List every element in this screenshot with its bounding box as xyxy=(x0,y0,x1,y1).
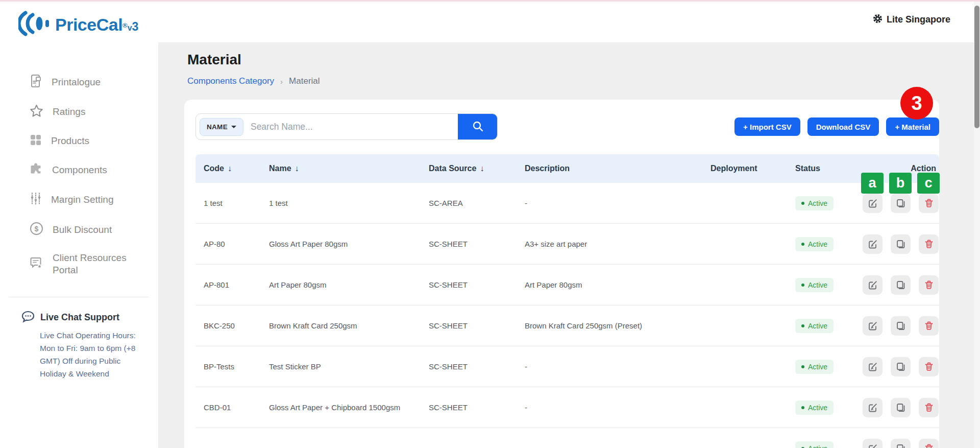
cell-name: Gloss Art Paper 80gsm xyxy=(261,240,421,248)
brand-name: PriceCal xyxy=(55,15,122,34)
sort-arrow-icon: ↓ xyxy=(295,164,299,173)
sidebar-item-label: Components xyxy=(52,164,107,176)
duplicate-button[interactable] xyxy=(891,316,911,336)
cell-data-source: SC-SHEET xyxy=(421,362,517,371)
brand-version-number: 3 xyxy=(132,20,139,33)
cell-status: Active xyxy=(787,196,863,210)
delete-button[interactable] xyxy=(919,357,939,376)
column-header-code[interactable]: Code↓ xyxy=(195,164,261,173)
cell-data-source: SC-SHEET xyxy=(421,240,517,248)
duplicate-button[interactable] xyxy=(891,439,911,448)
cell-actions xyxy=(863,316,939,336)
search-input[interactable] xyxy=(243,122,458,132)
annotation-label-b: b xyxy=(889,173,912,194)
grid-icon xyxy=(30,134,42,148)
delete-button[interactable] xyxy=(919,275,939,295)
sidebar-item-components[interactable]: Components xyxy=(0,155,158,185)
delete-button[interactable] xyxy=(919,439,939,448)
status-badge: Active xyxy=(795,278,834,292)
document-star-icon xyxy=(30,256,43,272)
search-button[interactable] xyxy=(458,113,497,140)
scrollbar-thumb[interactable] xyxy=(974,6,979,128)
column-header-name[interactable]: Name↓ xyxy=(261,164,421,173)
page-title: Material xyxy=(187,52,241,68)
brand-logo[interactable]: PriceCal®v3 xyxy=(18,9,138,40)
live-chat-hours-line: Live Chat Operating Hours: xyxy=(40,329,148,342)
column-label: Code xyxy=(204,164,224,173)
brand-reg: ® xyxy=(122,21,128,29)
sidebar-item-margin-setting[interactable]: Margin Setting xyxy=(0,185,158,215)
table-header-row: Code↓Name↓Data Source↓DescriptionDeploym… xyxy=(195,154,939,183)
cell-actions xyxy=(863,357,939,376)
table-row: CBD-01 Gloss Art Paper + Chipboard 1500g… xyxy=(195,387,939,428)
sliders-icon xyxy=(30,192,42,207)
breadcrumb-parent-link[interactable]: Components Category xyxy=(187,76,274,86)
column-header-deployment: Deployment xyxy=(702,164,787,173)
sidebar-item-products[interactable]: Products xyxy=(0,127,158,155)
live-chat-support: Live Chat Support Live Chat Operating Ho… xyxy=(0,297,158,380)
table-row: 1 test 1 test SC-AREA - Active xyxy=(195,183,939,224)
edit-button[interactable] xyxy=(863,357,883,376)
live-chat-hours-line: GMT) Off during Public xyxy=(40,355,148,367)
sidebar-item-ratings[interactable]: Ratings xyxy=(0,97,158,127)
column-label: Deployment xyxy=(710,164,757,173)
status-dot-icon xyxy=(801,324,804,327)
brand-version-v: v xyxy=(128,23,132,32)
duplicate-button[interactable] xyxy=(891,234,911,254)
cell-data-source: SC-SHEET xyxy=(421,280,517,289)
column-label: Name xyxy=(269,164,291,173)
download-csv-button[interactable]: Download CSV xyxy=(807,117,879,136)
chat-bubble-icon xyxy=(21,311,35,325)
delete-button[interactable] xyxy=(919,398,939,417)
cell-code: AP-801 xyxy=(195,280,261,289)
duplicate-button[interactable] xyxy=(891,194,911,213)
delete-button[interactable] xyxy=(919,316,939,336)
cell-code: BP-Tests xyxy=(195,362,261,371)
annotation-label-c: c xyxy=(917,173,940,194)
cell-name: Brown Kraft Card 250gsm xyxy=(261,321,421,330)
cell-status: Active xyxy=(787,360,863,374)
live-chat-hours-line: Mon to Fri: 9am to 6pm (+8 xyxy=(40,342,148,355)
edit-button[interactable] xyxy=(863,234,883,254)
add-material-button[interactable]: + Material xyxy=(886,117,939,136)
duplicate-button[interactable] xyxy=(891,398,911,417)
sort-arrow-icon: ↓ xyxy=(480,164,484,173)
column-header-data-source[interactable]: Data Source↓ xyxy=(421,164,517,173)
region-menu[interactable]: Lite Singapore xyxy=(873,14,950,26)
sidebar-item-bulk-discount[interactable]: $Bulk Discount xyxy=(0,215,158,245)
chevron-down-icon xyxy=(231,126,236,128)
toolbar: + Import CSV Download CSV + Material xyxy=(734,117,939,136)
sidebar-item-printalogue[interactable]: Printalogue xyxy=(0,67,158,97)
edit-button[interactable] xyxy=(863,316,883,336)
import-csv-button[interactable]: + Import CSV xyxy=(734,117,800,136)
edit-button[interactable] xyxy=(863,275,883,295)
cell-description: A3+ size art paper xyxy=(517,240,702,248)
column-label: Action xyxy=(911,164,936,173)
live-chat-title: Live Chat Support xyxy=(40,312,119,323)
duplicate-button[interactable] xyxy=(891,357,911,376)
cell-status: Active xyxy=(787,278,863,292)
cell-code: CBD-01 xyxy=(195,403,261,412)
edit-button[interactable] xyxy=(863,398,883,417)
brand-logo-icon xyxy=(18,9,50,40)
status-badge: Active xyxy=(795,237,834,251)
delete-button[interactable] xyxy=(919,234,939,254)
breadcrumb: Components Category › Material xyxy=(187,76,320,86)
duplicate-button[interactable] xyxy=(891,275,911,295)
sort-arrow-icon: ↓ xyxy=(228,164,232,173)
status-dot-icon xyxy=(801,406,804,409)
status-badge: Active xyxy=(795,196,834,210)
breadcrumb-separator: › xyxy=(280,77,283,86)
sidebar-item-label: Printalogue xyxy=(52,76,101,88)
cell-actions xyxy=(863,275,939,295)
edit-button[interactable] xyxy=(863,194,883,213)
delete-button[interactable] xyxy=(919,194,939,213)
sidebar-item-client-resources-portal[interactable]: Client Resources Portal xyxy=(0,245,158,284)
page-scrollbar[interactable] xyxy=(974,2,980,448)
edit-button[interactable] xyxy=(863,439,883,448)
search-filter-dropdown[interactable]: NAME xyxy=(200,118,243,136)
gear-icon xyxy=(873,14,883,26)
cell-name: Gloss Art Paper + Chipboard 1500gsm xyxy=(261,403,421,412)
sidebar-item-label: Products xyxy=(51,135,89,147)
status-badge: Active xyxy=(795,400,834,415)
